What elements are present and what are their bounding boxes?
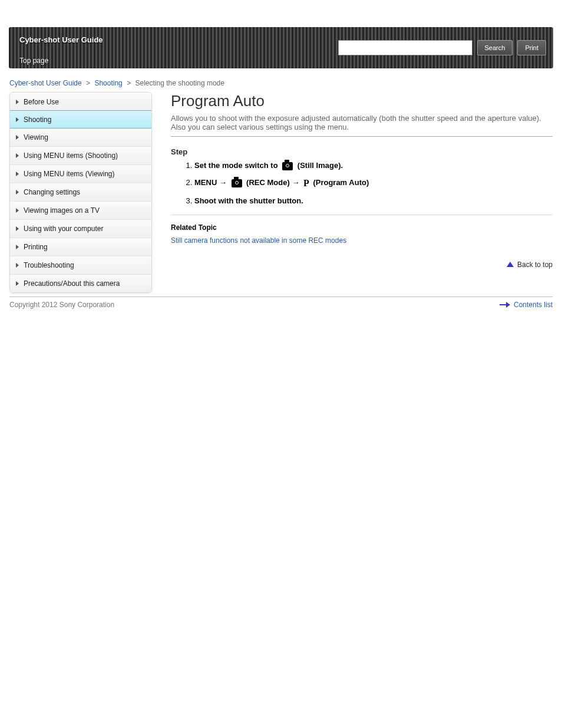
top-menu: Top page [19, 57, 48, 65]
breadcrumb: Cyber-shot User Guide > Shooting > Selec… [9, 79, 553, 87]
step-text: (Still Image). [295, 161, 343, 170]
related-link[interactable]: Still camera functions not available in … [171, 236, 346, 245]
sidebar-item-label: Before Use [24, 98, 59, 106]
sidebar: Before Use Shooting Viewing Using MENU i… [9, 92, 152, 293]
search-input[interactable] [338, 40, 472, 55]
breadcrumb-2: Selecting the shooting mode [135, 79, 224, 87]
sidebar-item-shooting[interactable]: Shooting [9, 110, 152, 129]
chevron-right-icon [16, 281, 19, 286]
breadcrumb-0[interactable]: Cyber-shot User Guide [9, 79, 82, 87]
section-heading: Step [171, 147, 553, 156]
sidebar-item-label: Printing [24, 243, 48, 251]
topbar: Cyber-shot User Guide Top page Search Pr… [9, 27, 553, 68]
breadcrumb-1[interactable]: Shooting [94, 79, 122, 87]
chevron-right-icon [16, 100, 19, 104]
sidebar-item-computer[interactable]: Using with your computer [10, 219, 151, 238]
sidebar-item-label: Using MENU items (Viewing) [24, 170, 114, 178]
step-text: MENU → [194, 178, 229, 187]
sidebar-item-tv[interactable]: Viewing images on a TV [10, 201, 151, 219]
menu-top-page[interactable]: Top page [19, 57, 48, 65]
chevron-right-icon [16, 226, 19, 231]
sidebar-item-menu-shooting[interactable]: Using MENU items (Shooting) [10, 146, 151, 164]
chevron-right-icon [16, 172, 19, 176]
step-text: Shoot with the shutter button. [194, 196, 303, 205]
related-title: Related Topic [171, 223, 553, 232]
chevron-right-icon [16, 263, 19, 268]
page-subtitle: Allows you to shoot with the exposure ad… [171, 114, 553, 131]
chevron-right-icon [16, 190, 19, 195]
sidebar-item-label: Viewing images on a TV [24, 206, 100, 215]
contents-list-label: Contents list [514, 301, 553, 309]
search-button[interactable]: Search [477, 40, 513, 55]
triangle-up-icon [507, 262, 514, 267]
print-button[interactable]: Print [517, 40, 546, 55]
steps-list: Set the mode switch to (Still Image). ME… [194, 160, 553, 206]
sidebar-item-label: Shooting [24, 116, 51, 124]
brand-title: Cyber-shot User Guide [19, 35, 103, 44]
sidebar-item-before-use[interactable]: Before Use [10, 93, 151, 111]
camera-icon [232, 179, 242, 187]
step-1: Set the mode switch to (Still Image). [194, 160, 553, 172]
sidebar-item-changing-settings[interactable]: Changing settings [10, 183, 151, 201]
contents-list-link[interactable]: Contents list [500, 301, 553, 309]
back-to-top[interactable]: Back to top [171, 260, 553, 269]
sidebar-item-label: Using with your computer [24, 225, 103, 233]
copyright: Copyright 2012 Sony Corporation [9, 301, 114, 309]
chevron-right-icon [16, 153, 19, 158]
page-title: Program Auto [171, 92, 553, 110]
sidebar-item-label: Using MENU items (Shooting) [24, 151, 118, 160]
step-text: (Program Auto) [311, 178, 369, 187]
arrow-right-icon [500, 302, 510, 307]
sidebar-item-viewing[interactable]: Viewing [10, 128, 151, 146]
chevron-right-icon [16, 117, 19, 122]
step-2: MENU → (REC Mode) → P (Program Auto) [194, 176, 553, 190]
chevron-right-icon [16, 245, 19, 249]
sidebar-item-label: Precautions/About this camera [24, 279, 120, 288]
step-text: (REC Mode) → [244, 178, 302, 187]
camera-icon [282, 162, 293, 170]
chevron-right-icon [16, 135, 19, 140]
sidebar-item-printing[interactable]: Printing [10, 238, 151, 256]
sidebar-item-troubleshooting[interactable]: Troubleshooting [10, 256, 151, 274]
p-mode-icon: P [303, 176, 309, 190]
sidebar-item-menu-viewing[interactable]: Using MENU items (Viewing) [10, 164, 151, 183]
chevron-right-icon [16, 208, 19, 213]
sidebar-item-label: Viewing [24, 133, 48, 141]
back-to-top-label: Back to top [517, 261, 553, 269]
sidebar-item-precautions[interactable]: Precautions/About this camera [10, 274, 151, 292]
sidebar-item-label: Changing settings [24, 188, 80, 196]
step-3: Shoot with the shutter button. [194, 195, 553, 207]
sidebar-item-label: Troubleshooting [24, 261, 74, 269]
step-text: Set the mode switch to [194, 161, 280, 170]
